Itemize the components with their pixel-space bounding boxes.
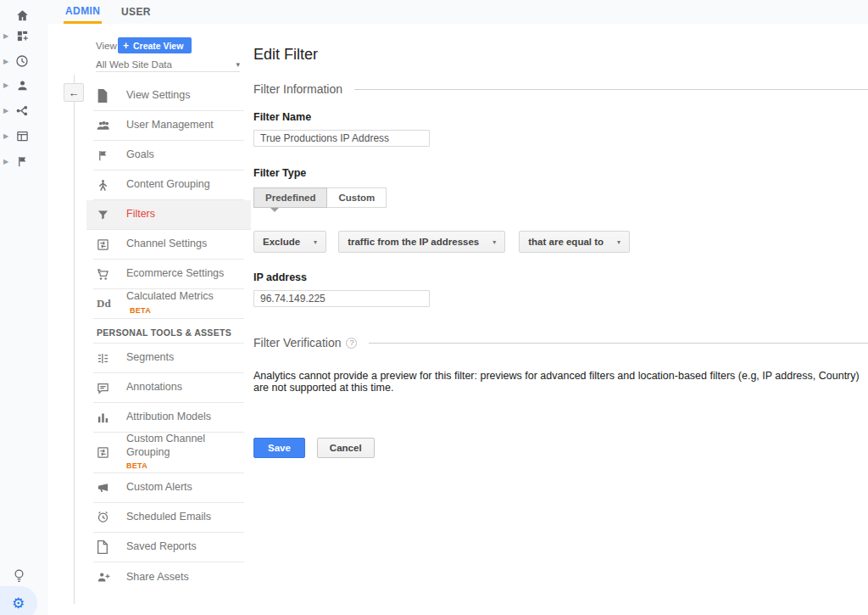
users-icon	[97, 118, 115, 133]
menu-item-channel-settings[interactable]: Channel Settings	[93, 230, 244, 260]
menu-item-label: Custom Channel Grouping BETA	[126, 433, 241, 472]
top-tab-bar: ADMIN USER	[48, 0, 868, 24]
menu-item-custom-channel-grouping[interactable]: Custom Channel Grouping BETA	[93, 433, 244, 473]
menu-item-view-settings[interactable]: View Settings	[93, 81, 244, 111]
filter-name-input[interactable]	[253, 130, 430, 147]
edit-filter-panel: Edit Filter Filter Information Filter Na…	[253, 0, 868, 458]
menu-item-label: Filters	[126, 208, 155, 221]
section-header-personal-tools: PERSONAL TOOLS & ASSETS	[93, 319, 244, 344]
customization-icon	[14, 27, 31, 44]
menu-item-filters[interactable]: Filters	[86, 200, 251, 230]
menu-item-saved-reports[interactable]: Saved Reports	[93, 533, 244, 562]
audience-nav-item[interactable]: ▶	[0, 75, 48, 95]
form-actions: Save Cancel	[253, 438, 868, 458]
ip-address-input[interactable]	[253, 290, 430, 307]
chevron-down-icon: ▾	[236, 60, 240, 69]
menu-item-label: Segments	[126, 351, 174, 365]
tab-user[interactable]: USER	[121, 0, 151, 24]
create-view-button[interactable]: + Create View	[118, 37, 192, 53]
section-divider-line	[369, 343, 868, 344]
menu-item-label: Saved Reports	[126, 540, 197, 554]
chevron-right-icon: ▶	[0, 58, 12, 65]
selected-tab-pointer	[270, 208, 279, 212]
chevron-right-icon: ▶	[0, 32, 12, 40]
beta-badge: BETA	[126, 461, 147, 470]
menu-item-label: Goals	[126, 148, 154, 162]
conversions-icon	[14, 153, 31, 170]
menu-item-segments[interactable]: Segments	[93, 344, 244, 373]
content-grouping-icon	[97, 177, 115, 193]
filter-action-dropdown[interactable]: Exclude ▾	[253, 231, 326, 253]
channel-settings-icon	[97, 237, 115, 252]
funnel-icon	[97, 207, 115, 222]
chevron-right-icon: ▶	[0, 158, 12, 165]
acquisition-nav-item[interactable]: ▶	[0, 100, 48, 120]
filter-expression-dropdown[interactable]: that are equal to ▾	[519, 231, 630, 253]
view-selector-dropdown[interactable]: All Web Site Data ▾	[96, 58, 240, 72]
view-settings-menu: View Settings User Management Goals Cont…	[93, 81, 244, 592]
section-title: Filter Verification	[253, 336, 341, 349]
menu-item-scheduled-emails[interactable]: Scheduled Emails	[93, 503, 244, 533]
acquisition-icon	[14, 102, 31, 119]
page-title: Edit Filter	[253, 46, 868, 64]
megaphone-icon	[97, 480, 115, 495]
section-divider-line	[354, 89, 868, 90]
dd-icon: Dd	[97, 296, 115, 311]
behavior-nav-item[interactable]: ▶	[0, 126, 48, 146]
tab-custom[interactable]: Custom	[327, 187, 387, 208]
menu-item-user-management[interactable]: User Management	[93, 111, 244, 141]
save-button[interactable]: Save	[253, 438, 305, 458]
menu-item-annotations[interactable]: Annotations	[93, 373, 244, 403]
menu-item-label: User Management	[126, 119, 214, 132]
menu-item-goals[interactable]: Goals	[93, 141, 244, 171]
alarm-clock-icon	[97, 510, 115, 525]
realtime-nav-item[interactable]: ▶	[0, 51, 48, 71]
tab-predefined[interactable]: Predefined	[253, 187, 327, 208]
plus-icon: +	[123, 40, 129, 52]
view-column-label: View	[96, 41, 117, 51]
segments-icon	[97, 350, 115, 366]
filter-source-dropdown[interactable]: traffic from the IP addresses ▾	[338, 231, 505, 253]
chevron-down-icon: ▾	[617, 238, 620, 246]
chevron-right-icon: ▶	[0, 107, 12, 115]
home-nav-item[interactable]	[0, 5, 48, 25]
menu-item-content-grouping[interactable]: Content Grouping	[93, 171, 244, 200]
insights-lightbulb-icon[interactable]	[13, 568, 25, 587]
cancel-button[interactable]: Cancel	[317, 438, 375, 458]
filter-type-tabs: Predefined Custom	[253, 187, 387, 208]
menu-item-label: Attribution Models	[126, 411, 211, 424]
menu-item-share-assets[interactable]: Share Assets	[93, 562, 244, 592]
back-arrow-icon: ←	[69, 87, 80, 99]
behavior-icon	[14, 127, 31, 144]
menu-item-label: Custom Alerts	[126, 481, 192, 495]
menu-item-attribution-models[interactable]: Attribution Models	[93, 403, 244, 433]
menu-item-custom-alerts[interactable]: Custom Alerts	[93, 473, 244, 503]
saved-report-icon	[97, 540, 115, 555]
menu-item-calculated-metrics[interactable]: Dd Calculated Metrics BETA	[93, 289, 244, 319]
filter-verification-section-header: Filter Verification ?	[253, 336, 868, 349]
customization-nav-item[interactable]: ▶	[0, 25, 48, 46]
beta-badge: BETA	[130, 306, 151, 315]
menu-item-label: Calculated Metrics BETA	[126, 290, 241, 316]
menu-item-label: Channel Settings	[126, 238, 207, 251]
left-nav-rail: ▶ ▶ ▶ ▶ ▶ ▶ ⚙	[0, 0, 48, 615]
menu-item-label: View Settings	[126, 89, 191, 103]
flag-icon	[97, 148, 115, 163]
menu-item-ecommerce-settings[interactable]: Ecommerce Settings	[93, 260, 244, 289]
selected-view-name: All Web Site Data	[96, 59, 172, 70]
help-icon[interactable]: ?	[346, 338, 357, 349]
realtime-icon	[14, 53, 31, 70]
filter-condition-row: Exclude ▾ traffic from the IP addresses …	[253, 231, 868, 253]
tree-connector-line	[74, 75, 75, 604]
filter-name-label: Filter Name	[253, 111, 868, 123]
collapse-back-button[interactable]: ←	[64, 83, 84, 102]
chevron-right-icon: ▶	[0, 81, 12, 89]
menu-item-label: Annotations	[126, 381, 182, 394]
admin-nav-item-active[interactable]: ⚙	[0, 586, 37, 615]
tab-admin[interactable]: ADMIN	[64, 0, 102, 24]
chevron-down-icon: ▾	[492, 238, 496, 246]
menu-item-label: Ecommerce Settings	[126, 267, 224, 281]
chevron-right-icon: ▶	[0, 132, 12, 140]
home-icon	[14, 7, 31, 24]
conversions-nav-item[interactable]: ▶	[0, 151, 48, 171]
